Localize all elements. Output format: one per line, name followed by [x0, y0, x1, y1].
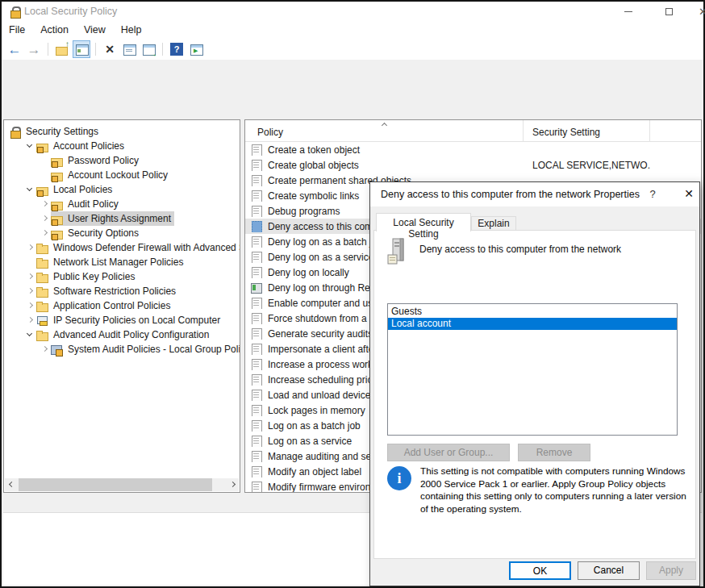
policy-document-icon — [251, 159, 264, 171]
policy-label: Create global objects — [268, 160, 359, 171]
tree-item-label: Application Control Policies — [53, 300, 170, 311]
policy-row[interactable]: Create a token object — [245, 142, 701, 157]
properties-dialog: Deny access to this computer from the ne… — [369, 181, 700, 586]
add-user-or-group-button[interactable]: Add User or Group... — [387, 444, 510, 461]
chevron-down-icon[interactable] — [23, 183, 36, 196]
policy-document-icon — [251, 435, 264, 447]
policy-label: Deny log on as a batch jo — [268, 236, 377, 248]
chevron-right-icon[interactable] — [38, 212, 51, 225]
member-item[interactable]: Guests — [388, 306, 677, 318]
chevron-right-icon[interactable] — [23, 299, 36, 312]
new-window-icon[interactable] — [187, 40, 205, 58]
policy-row[interactable]: Create global objectsLOCAL SERVICE,NETWO… — [245, 157, 701, 173]
tab-local-security-setting[interactable]: Local Security Setting — [376, 213, 471, 231]
up-one-level-icon[interactable] — [53, 40, 71, 58]
policy-label: Deny log on as a service — [268, 252, 373, 263]
chevron-right-icon[interactable] — [38, 198, 51, 211]
screenshot-frame: Local Security Policy ✕ FileActionViewHe… — [0, 0, 705, 588]
tree-item-label: Software Restriction Policies — [53, 286, 176, 297]
root-icon — [9, 126, 22, 138]
tree-item-label: Security Options — [68, 227, 139, 239]
properties-icon[interactable] — [120, 40, 138, 58]
tree-item[interactable]: Software Restriction Policies — [4, 284, 240, 298]
tree-item[interactable]: Security Options — [4, 226, 240, 240]
policy-label: Force shutdown from a r — [268, 313, 373, 324]
ok-button[interactable]: OK — [509, 561, 571, 580]
maximize-button[interactable] — [657, 2, 681, 21]
chevron-slot — [38, 169, 51, 181]
scroll-right-icon[interactable] — [226, 478, 239, 491]
window-titlebar: Local Security Policy ✕ — [2, 2, 703, 21]
local-security-policy-icon — [9, 6, 22, 18]
tab-explain[interactable]: Explain — [471, 216, 516, 230]
tree-item[interactable]: Windows Defender Firewall with Advanced … — [4, 240, 240, 255]
close-button[interactable]: ✕ — [694, 2, 705, 21]
chevron-right-icon[interactable] — [38, 343, 51, 356]
menu-help[interactable]: Help — [121, 24, 142, 35]
tree-item[interactable]: Security Settings — [4, 124, 240, 139]
tree-item-label: Password Policy — [68, 155, 139, 166]
dialog-footer: OK Cancel Apply — [370, 557, 699, 586]
tree-item[interactable]: Account Lockout Policy — [4, 168, 240, 182]
apply-button[interactable]: Apply — [646, 561, 696, 580]
tree-item[interactable]: Account Policies — [4, 139, 240, 153]
tree-item[interactable]: Audit Policy — [4, 197, 240, 211]
chevron-right-icon[interactable] — [23, 314, 36, 327]
chevron-right-icon[interactable] — [23, 270, 36, 283]
show-console-tree-icon[interactable] — [73, 40, 90, 58]
tree-item[interactable]: Advanced Audit Policy Configuration — [4, 327, 240, 342]
toolbar-separator — [95, 43, 96, 56]
menu-action[interactable]: Action — [40, 24, 69, 35]
tree-item[interactable]: System Audit Policies - Local Group Poli… — [4, 342, 240, 357]
tree-item[interactable]: Public Key Policies — [4, 269, 240, 284]
policy-document-icon — [251, 373, 264, 386]
policy-document-icon — [251, 358, 264, 370]
toolbar-separator — [48, 43, 48, 56]
info-icon: i — [387, 466, 411, 490]
scrollbar-thumb[interactable] — [19, 478, 212, 491]
cancel-button[interactable]: Cancel — [578, 561, 640, 580]
dialog-help-icon[interactable]: ? — [646, 188, 659, 201]
minimize-button[interactable] — [616, 2, 640, 21]
tree-horizontal-scrollbar[interactable] — [5, 478, 239, 491]
list-header: Policy Security Setting — [245, 120, 701, 142]
policy-document-icon — [251, 281, 264, 294]
members-listbox[interactable]: GuestsLocal account — [387, 303, 678, 436]
chevron-right-icon[interactable] — [38, 227, 51, 240]
help-icon[interactable] — [168, 40, 186, 58]
policy-document-icon — [251, 174, 264, 186]
back-arrow-icon[interactable] — [6, 40, 23, 58]
chevron-right-icon[interactable] — [23, 285, 36, 298]
tree-item[interactable]: Application Control Policies — [4, 298, 240, 313]
policy-document-icon — [251, 419, 264, 432]
tree-item[interactable]: IP Security Policies on Local Computer — [4, 313, 240, 327]
chevron-down-icon[interactable] — [23, 140, 36, 152]
menu-file[interactable]: File — [9, 24, 25, 35]
policy-label: Deny log on through Rem — [268, 282, 378, 294]
delete-icon[interactable] — [101, 40, 119, 58]
tree-item-label: Network List Manager Policies — [53, 256, 183, 268]
menu-view[interactable]: View — [84, 24, 106, 35]
folder-lock-icon — [51, 198, 64, 211]
tree-item[interactable]: Local Policies — [4, 182, 240, 197]
window-title: Local Security Policy — [24, 6, 117, 17]
chevron-down-icon[interactable] — [23, 328, 36, 341]
dialog-close-icon[interactable]: ✕ — [682, 187, 696, 202]
chevron-right-icon[interactable] — [23, 241, 36, 254]
tree-item[interactable]: Network List Manager Policies — [4, 255, 240, 269]
tree-item[interactable]: Password Policy — [4, 153, 240, 168]
chevron-slot — [38, 154, 51, 167]
policy-label: Debug programs — [268, 206, 340, 217]
chevron-slot — [23, 256, 36, 269]
policy-document-icon — [251, 144, 264, 156]
forward-arrow-icon[interactable] — [25, 40, 43, 58]
policy-document-icon — [251, 297, 264, 309]
member-item[interactable]: Local account — [388, 318, 677, 330]
policy-document-icon — [251, 389, 264, 401]
policy-label: Load and unload device d — [268, 390, 378, 401]
scroll-left-icon[interactable] — [5, 478, 18, 491]
tree-item[interactable]: User Rights Assignment — [4, 211, 240, 226]
remove-button[interactable]: Remove — [518, 444, 590, 461]
column-header-security-setting[interactable]: Security Setting — [524, 120, 650, 141]
export-list-icon[interactable] — [140, 40, 157, 58]
